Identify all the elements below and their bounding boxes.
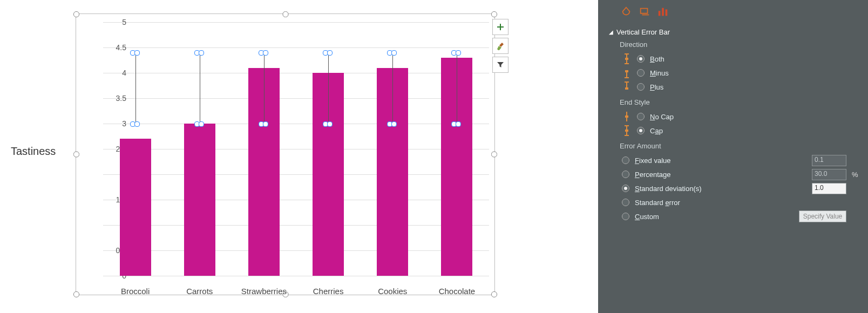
chart-container[interactable]: Tastiness 00.511.522.533.544.55BroccoliC… — [11, 0, 486, 302]
bar-options-tab-icon[interactable] — [656, 5, 669, 18]
percentage-input[interactable]: 30.0 — [812, 169, 846, 180]
fill-line-tab-icon[interactable] — [620, 5, 633, 18]
custom-radio[interactable] — [622, 213, 629, 220]
y-tick-label: 4 — [105, 69, 126, 77]
data-bar[interactable] — [120, 139, 151, 276]
y-tick-label: 5 — [105, 18, 126, 26]
end-style-heading: End Style — [620, 98, 858, 106]
direction-plus-label: Plus — [650, 83, 663, 91]
selection-handle[interactable] — [491, 11, 497, 17]
collapse-arrow-icon: ◢ — [609, 29, 613, 35]
selection-handle[interactable] — [73, 291, 79, 297]
y-axis-label: Tastiness — [11, 145, 56, 158]
gridline — [103, 250, 489, 251]
error-bar-selection-dot[interactable] — [134, 121, 140, 127]
gridline — [103, 22, 489, 23]
gridline — [103, 276, 489, 276]
error-bar-selection-dot[interactable] — [456, 50, 461, 56]
direction-plus-icon — [622, 80, 632, 93]
error-bar[interactable] — [264, 52, 265, 124]
gridline — [103, 47, 489, 48]
direction-both-label: Both — [650, 55, 664, 63]
error-bar-selection-dot[interactable] — [391, 121, 397, 127]
svg-rect-6 — [625, 58, 628, 60]
svg-rect-9 — [625, 70, 628, 72]
percentage-label: Percentage — [635, 171, 671, 179]
fixed-value-label: Fixed value — [635, 156, 671, 165]
stderr-radio[interactable] — [622, 199, 629, 206]
error-bar-selection-dot[interactable] — [263, 121, 268, 127]
gridline — [103, 124, 489, 124]
direction-plus-radio[interactable] — [637, 83, 645, 91]
x-category-label: Cherries — [313, 287, 344, 296]
gridline — [103, 149, 489, 149]
direction-both-radio[interactable] — [637, 55, 645, 63]
error-bar[interactable] — [328, 52, 329, 124]
effects-tab-icon[interactable] — [638, 5, 651, 18]
selection-handle[interactable] — [282, 11, 288, 17]
error-bar[interactable] — [457, 52, 457, 124]
error-amount-heading: Error Amount — [620, 142, 858, 150]
error-bar[interactable] — [392, 52, 393, 124]
fixed-value-input[interactable]: 0.1 — [812, 155, 846, 166]
x-category-label: Cookies — [378, 287, 407, 296]
selection-handle[interactable] — [491, 291, 497, 297]
direction-minus-label: Minus — [650, 69, 669, 77]
percent-suffix: % — [852, 171, 858, 179]
direction-both-icon — [622, 52, 632, 65]
gridline — [103, 174, 489, 175]
section-title: Vertical Error Bar — [616, 28, 670, 36]
y-tick-label: 3 — [105, 119, 126, 128]
vertical-error-bar-section[interactable]: ◢ Vertical Error Bar — [609, 28, 858, 36]
direction-heading: Direction — [620, 40, 858, 49]
chart-styles-button[interactable] — [492, 38, 508, 54]
selection-handle[interactable] — [73, 152, 79, 158]
end-cap-label: Cap — [650, 127, 663, 135]
end-nocap-icon — [622, 110, 632, 123]
error-bar-selection-dot[interactable] — [134, 50, 140, 56]
y-tick-label: 3.5 — [105, 94, 126, 103]
error-bar-selection-dot[interactable] — [327, 121, 333, 127]
pane-category-tabs — [620, 5, 858, 18]
stddev-label: Standard deviation(s) — [635, 185, 702, 193]
x-category-label: Carrots — [186, 287, 213, 296]
svg-rect-2 — [666, 9, 668, 16]
end-nocap-radio[interactable] — [637, 113, 645, 120]
svg-rect-0 — [659, 11, 661, 16]
y-tick-label: 4.5 — [105, 43, 126, 52]
stddev-input[interactable]: 1.0 — [812, 183, 846, 194]
error-bar[interactable] — [200, 52, 200, 124]
chart-filter-button[interactable] — [492, 57, 508, 73]
selection-handle[interactable] — [491, 152, 497, 158]
custom-label: Custom — [635, 213, 659, 221]
svg-rect-1 — [662, 8, 664, 16]
x-category-label: Broccoli — [121, 287, 150, 296]
chart-add-element-button[interactable] — [492, 19, 508, 35]
end-cap-icon — [622, 124, 632, 137]
gridline — [103, 73, 489, 73]
chart-plot-area[interactable]: 00.511.522.533.544.55BroccoliCarrotsStra… — [76, 13, 495, 295]
x-category-label: Chocolate — [439, 287, 476, 296]
direction-minus-radio[interactable] — [637, 69, 645, 77]
direction-minus-icon — [622, 66, 632, 79]
error-bar-selection-dot[interactable] — [327, 50, 333, 56]
data-bar[interactable] — [184, 124, 215, 276]
svg-rect-18 — [625, 130, 628, 132]
gridline — [103, 200, 489, 200]
error-bar-selection-dot[interactable] — [199, 121, 204, 127]
percentage-radio[interactable] — [622, 171, 629, 178]
error-bar-selection-dot[interactable] — [456, 121, 461, 127]
specify-value-button[interactable]: Specify Value — [799, 210, 846, 222]
stddev-radio[interactable] — [622, 185, 629, 192]
error-bar[interactable] — [135, 52, 136, 124]
end-cap-radio[interactable] — [637, 127, 645, 134]
gridline — [103, 98, 489, 99]
error-bar-selection-dot[interactable] — [391, 50, 397, 56]
stderr-label: Standard error — [635, 199, 680, 207]
end-nocap-label: No Cap — [650, 113, 674, 121]
selection-handle[interactable] — [73, 11, 79, 17]
gridline — [103, 225, 489, 226]
fixed-value-radio[interactable] — [622, 156, 629, 164]
error-bar-selection-dot[interactable] — [263, 50, 268, 56]
error-bar-selection-dot[interactable] — [199, 50, 204, 56]
